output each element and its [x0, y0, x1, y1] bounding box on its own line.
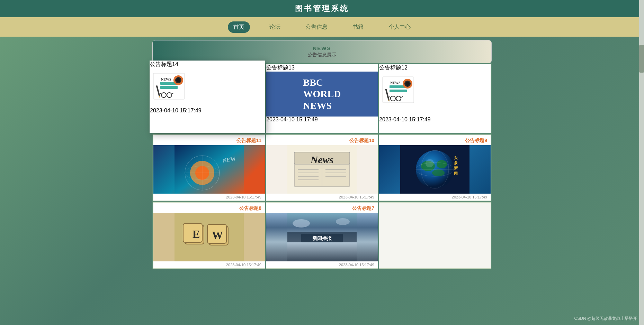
banner-subtitle: 公告信息展示 — [160, 52, 484, 58]
item-8-title: 公告标题8 — [153, 203, 265, 213]
nav-forum[interactable]: 论坛 — [264, 21, 286, 33]
svg-text:E: E — [193, 228, 200, 240]
grid-item-11[interactable]: 公告标题11 — [153, 134, 265, 201]
item-11-title: 公告标题11 — [153, 135, 265, 145]
grid-row-3: 公告标题8 E W — [153, 202, 491, 269]
item-9-title: 公告标题9 — [379, 135, 491, 145]
svg-point-51 — [437, 160, 447, 168]
item-14-image: NEWS — [150, 68, 265, 108]
nav-books[interactable]: 书籍 — [347, 21, 369, 33]
nav-profile[interactable]: 个人中心 — [383, 21, 416, 33]
app-title: 图书管理系统 — [295, 3, 349, 14]
grid-item-9[interactable]: 公告标题9 — [379, 134, 491, 201]
grid-item-13[interactable]: 公告标题13 BBCWORLDNEWS 2023-04-10 15:17:49 — [266, 64, 378, 133]
grid-row-2: 公告标题11 — [153, 134, 491, 201]
nav-home[interactable]: 首页 — [228, 21, 250, 33]
svg-point-69 — [293, 219, 310, 228]
svg-text:新: 新 — [454, 166, 458, 170]
grid-item-14[interactable]: 公告标题14 NEWS — [150, 61, 265, 133]
svg-point-5 — [176, 78, 180, 82]
svg-text:NEWS: NEWS — [390, 81, 401, 85]
footer-watermark: CSDN @超级无敌暴龙战士塔塔开 — [574, 316, 637, 322]
item-12-title: 公告标题12 — [379, 64, 491, 72]
svg-text:闻: 闻 — [454, 171, 458, 175]
item-14-title: 公告标题14 — [150, 61, 265, 68]
item-13-date: 2023-04-10 15:17:49 — [266, 117, 378, 123]
grid-item-10[interactable]: 公告标题10 News — [266, 134, 378, 201]
svg-text:新闻播报: 新闻播报 — [312, 235, 332, 241]
banner-news-label: NEWS — [160, 45, 484, 51]
banner: NEWS 公告信息展示 — [152, 40, 492, 63]
item-9-date: 2023-04-10 15:17:49 — [379, 194, 491, 201]
scrollbar-thumb[interactable] — [639, 45, 644, 73]
svg-point-19 — [405, 82, 410, 86]
grid-item-empty — [379, 202, 491, 269]
svg-rect-2 — [160, 86, 178, 89]
item-14-date: 2023-04-10 15:17:49 — [150, 108, 265, 114]
svg-point-56 — [426, 159, 434, 167]
nav-bar: 首页 论坛 公告信息 书籍 个人中心 — [0, 17, 644, 37]
item-7-date: 2023-04-10 15:17:49 — [266, 261, 378, 268]
item-12-date: 2023-04-10 15:17:49 — [379, 117, 491, 123]
grid-item-8[interactable]: 公告标题8 E W — [153, 202, 265, 269]
grid-item-12[interactable]: 公告标题12 NEWS — [379, 64, 491, 133]
item-10-title: 公告标题10 — [266, 135, 378, 145]
item-13-title: 公告标题13 — [266, 64, 378, 72]
svg-text:条: 条 — [454, 161, 458, 165]
svg-text:News: News — [310, 154, 334, 165]
item-8-image: E W — [153, 213, 265, 261]
svg-point-70 — [336, 218, 350, 225]
svg-rect-16 — [390, 90, 407, 92]
item-7-title: 公告标题7 — [266, 203, 378, 213]
item-8-date: 2023-04-10 15:17:49 — [153, 261, 265, 268]
announcement-grid: 公告标题14 NEWS — [152, 63, 492, 269]
svg-text:头: 头 — [454, 156, 458, 160]
top-header: 图书管理系统 — [0, 0, 644, 17]
item-11-date: 2023-04-10 15:17:49 — [153, 194, 265, 201]
item-7-image: 新闻播报 — [266, 213, 378, 261]
grid-row-1: 公告标题14 NEWS — [153, 64, 491, 133]
item-11-image: NEW — [153, 145, 265, 194]
svg-text:W: W — [212, 229, 223, 241]
svg-point-52 — [432, 169, 445, 176]
item-10-image: News — [266, 145, 378, 194]
item-12-image: NEWS — [379, 72, 491, 117]
svg-text:NEWS: NEWS — [161, 77, 171, 81]
main-content: NEWS 公告信息展示 公告标题14 — [152, 40, 492, 276]
nav-announcement[interactable]: 公告信息 — [300, 21, 333, 33]
item-10-date: 2023-04-10 15:17:49 — [266, 194, 378, 201]
scrollbar[interactable] — [639, 0, 644, 325]
item-13-image: BBCWORLDNEWS — [266, 72, 378, 117]
grid-item-7[interactable]: 公告标题7 — [266, 202, 378, 269]
item-9-image: 头 条 新 闻 — [379, 145, 491, 194]
